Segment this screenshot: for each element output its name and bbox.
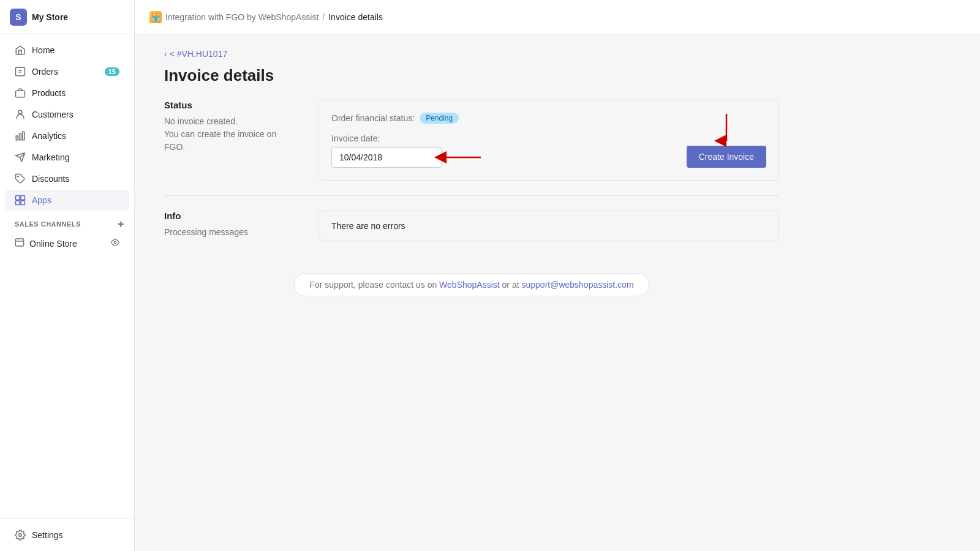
invoice-date-label: Invoice date: bbox=[331, 133, 442, 143]
customers-icon bbox=[15, 109, 26, 120]
sidebar-item-label: Marketing bbox=[32, 152, 69, 162]
or-at-text: or at bbox=[502, 280, 522, 290]
status-badge: Pending bbox=[420, 113, 459, 124]
support-pill: For support, please contact us on WebSho… bbox=[294, 273, 649, 296]
support-email-link[interactable]: support@webshopassist.com bbox=[521, 280, 633, 290]
sales-channels-label: SALES CHANNELS bbox=[15, 220, 81, 228]
svg-rect-10 bbox=[15, 239, 23, 246]
orders-badge: 15 bbox=[105, 67, 119, 76]
sidebar-item-marketing[interactable]: Marketing bbox=[5, 147, 129, 168]
sidebar-item-label: Analytics bbox=[32, 131, 66, 141]
status-card-container: Order financial status: Pending Invoice … bbox=[318, 100, 779, 181]
settings-icon bbox=[15, 530, 26, 541]
support-text: For support, please contact us on bbox=[309, 280, 439, 290]
svg-rect-9 bbox=[21, 201, 25, 205]
sidebar-item-label: Apps bbox=[32, 195, 51, 205]
red-arrow-down bbox=[717, 114, 736, 144]
order-financial-label: Order financial status: bbox=[331, 113, 415, 123]
info-card-container: There are no errors bbox=[318, 211, 779, 241]
sidebar-item-label: Orders bbox=[32, 67, 58, 77]
create-invoice-wrapper: Create Invoice bbox=[687, 146, 766, 168]
online-store-icon bbox=[15, 238, 24, 249]
status-section: Status No invoice created. You can creat… bbox=[164, 100, 779, 181]
chevron-left-icon: ‹ bbox=[164, 49, 167, 59]
svg-rect-6 bbox=[16, 196, 20, 200]
page-title: Invoice details bbox=[164, 66, 779, 85]
breadcrumb-separator: / bbox=[322, 12, 325, 22]
webshopassist-link[interactable]: WebShopAssist bbox=[439, 280, 500, 290]
store-icon: S bbox=[10, 9, 27, 26]
info-message: There are no errors bbox=[331, 221, 766, 231]
info-section: Info Processing messages There are no er… bbox=[164, 211, 779, 241]
orders-icon bbox=[15, 66, 26, 77]
invoice-date-input[interactable] bbox=[331, 147, 442, 168]
svg-rect-4 bbox=[23, 132, 24, 140]
invoice-date-row: Invoice date: bbox=[331, 133, 766, 168]
sales-channels-section: SALES CHANNELS + bbox=[0, 211, 134, 232]
red-arrow-left bbox=[444, 151, 487, 163]
topbar: 🏪 Integration with FGO by WebShopAssist … bbox=[135, 0, 980, 34]
main-content: 🏪 Integration with FGO by WebShopAssist … bbox=[135, 0, 980, 551]
sidebar: S My Store Home Orders 15 Products bbox=[0, 0, 135, 551]
breadcrumb-app-name: Integration with FGO by WebShopAssist bbox=[165, 12, 318, 22]
page-content: ‹ < #VH.HU1017 Invoice details Status No… bbox=[135, 34, 809, 323]
analytics-icon bbox=[15, 130, 26, 141]
sidebar-item-online-store[interactable]: Online Store bbox=[5, 233, 129, 254]
status-section-title: Status bbox=[164, 100, 299, 110]
eye-icon[interactable] bbox=[111, 238, 119, 249]
products-icon bbox=[15, 88, 26, 99]
svg-point-5 bbox=[18, 176, 19, 178]
sidebar-bottom: Settings bbox=[0, 519, 134, 551]
no-invoice-text: No invoice created. bbox=[164, 115, 299, 128]
sidebar-nav: Home Orders 15 Products Customers bbox=[0, 34, 134, 519]
settings-label: Settings bbox=[32, 530, 63, 540]
can-create-text: You can create the invoice on FGO. bbox=[164, 128, 299, 154]
svg-point-1 bbox=[18, 110, 22, 114]
sidebar-item-orders[interactable]: Orders 15 bbox=[5, 61, 129, 82]
svg-point-12 bbox=[19, 534, 22, 537]
online-store-label: Online Store bbox=[29, 239, 77, 249]
breadcrumb: 🏪 Integration with FGO by WebShopAssist … bbox=[149, 11, 383, 23]
svg-rect-8 bbox=[16, 201, 20, 205]
sidebar-header: S My Store bbox=[0, 0, 134, 34]
info-sublabel: Processing messages bbox=[164, 226, 299, 239]
svg-rect-7 bbox=[21, 196, 25, 200]
status-card: Order financial status: Pending Invoice … bbox=[318, 100, 779, 181]
support-footer: For support, please contact us on WebSho… bbox=[164, 261, 779, 309]
store-name: My Store bbox=[32, 12, 68, 22]
app-icon: 🏪 bbox=[149, 11, 162, 23]
add-sales-channel-button[interactable]: + bbox=[118, 219, 124, 230]
sidebar-item-label: Discounts bbox=[32, 174, 69, 184]
section-divider bbox=[164, 195, 779, 196]
svg-rect-2 bbox=[16, 136, 18, 140]
status-label-area: Status No invoice created. You can creat… bbox=[164, 100, 299, 154]
sidebar-item-label: Products bbox=[32, 88, 66, 98]
sidebar-item-discounts[interactable]: Discounts bbox=[5, 168, 129, 189]
discounts-icon bbox=[15, 173, 26, 184]
info-section-title: Info bbox=[164, 211, 299, 221]
sidebar-item-analytics[interactable]: Analytics bbox=[5, 126, 129, 146]
sidebar-item-apps[interactable]: Apps bbox=[5, 190, 129, 211]
back-link-label: < #VH.HU1017 bbox=[170, 49, 228, 59]
back-link[interactable]: ‹ < #VH.HU1017 bbox=[164, 49, 779, 59]
sidebar-item-label: Home bbox=[32, 45, 55, 55]
sidebar-item-home[interactable]: Home bbox=[5, 40, 129, 61]
create-invoice-button[interactable]: Create Invoice bbox=[687, 146, 766, 168]
svg-rect-3 bbox=[20, 133, 21, 140]
info-label-area: Info Processing messages bbox=[164, 211, 299, 239]
sidebar-item-products[interactable]: Products bbox=[5, 83, 129, 103]
sidebar-item-settings[interactable]: Settings bbox=[5, 525, 129, 545]
apps-icon bbox=[15, 195, 26, 206]
date-input-group: Invoice date: bbox=[331, 133, 442, 168]
info-box: There are no errors bbox=[318, 211, 779, 241]
home-icon bbox=[15, 45, 26, 56]
breadcrumb-current: Invoice details bbox=[328, 12, 383, 22]
order-financial-row: Order financial status: Pending bbox=[331, 113, 766, 124]
marketing-icon bbox=[15, 152, 26, 163]
sidebar-item-label: Customers bbox=[32, 110, 74, 119]
date-field-wrapper bbox=[331, 147, 442, 168]
sidebar-item-customers[interactable]: Customers bbox=[5, 104, 129, 125]
svg-point-11 bbox=[114, 241, 116, 244]
